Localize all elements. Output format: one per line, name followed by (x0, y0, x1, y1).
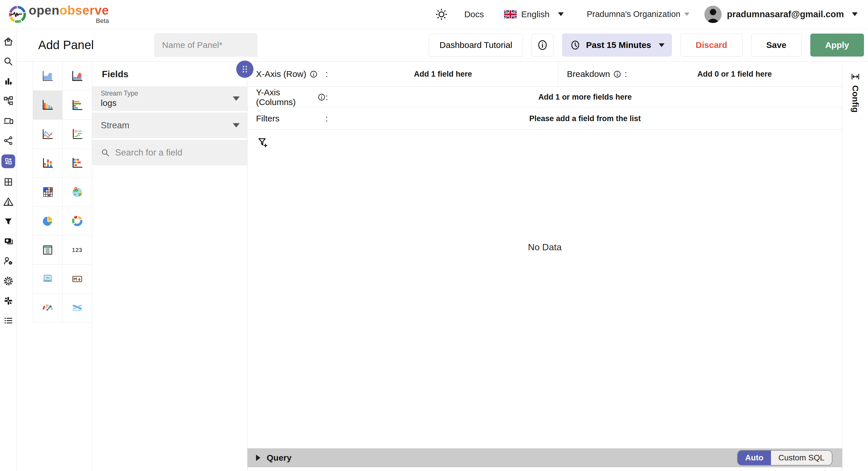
magnifier-icon (101, 148, 110, 157)
sidebar-item-streams[interactable] (1, 176, 15, 188)
chart-type-area-stacked[interactable] (63, 62, 92, 91)
chart-type-heatmap[interactable] (33, 178, 63, 207)
scatter-chart-icon (71, 127, 84, 140)
breakdown-drop-zone[interactable]: Add 0 or 1 field here (627, 70, 842, 78)
chart-type-bar[interactable] (33, 91, 63, 120)
theme-toggle-button[interactable] (435, 8, 448, 21)
field-search-input[interactable] (115, 148, 240, 158)
stream-type-select[interactable]: Stream Type logs (92, 86, 247, 111)
colon: : (326, 69, 328, 79)
sidebar-item-search[interactable] (1, 55, 15, 67)
query-bar[interactable]: Query Auto Custom SQL (247, 448, 842, 467)
config-rail: Config (842, 62, 868, 471)
add-filter-funnel-plus-icon[interactable] (257, 136, 270, 149)
breakdown-row: Breakdown : Add 0 or 1 field here (558, 62, 842, 86)
sidebar-item-iam[interactable] (1, 255, 15, 267)
colon: : (326, 92, 328, 102)
chevron-down-icon (659, 43, 664, 47)
apply-button[interactable]: Apply (810, 34, 864, 57)
streams-grid-icon (3, 177, 14, 187)
area-chart-icon (41, 69, 54, 83)
sidebar-item-reports[interactable] (1, 236, 15, 247)
sidebar-item-dashboards[interactable] (1, 154, 15, 168)
discard-button[interactable]: Discard (681, 34, 743, 57)
sidebar-item-home[interactable] (1, 36, 15, 48)
gear-question-icon: ? (3, 275, 14, 287)
time-range-selector[interactable]: Past 15 Minutes (562, 34, 672, 57)
chart-type-sankey[interactable] (63, 294, 92, 323)
chart-type-area[interactable] (33, 62, 63, 91)
no-data-message: No Data (247, 242, 842, 253)
home-icon (3, 36, 14, 48)
chart-type-pie[interactable] (33, 207, 63, 236)
dashboard-tutorial-button[interactable]: Dashboard Tutorial (429, 34, 523, 57)
horizontal-stacked-bar-chart-icon (71, 156, 84, 169)
query-mode-auto[interactable]: Auto (738, 451, 771, 465)
gauge-icon (41, 302, 54, 315)
sidebar-item-functions[interactable] (1, 216, 15, 228)
colon: : (625, 69, 627, 79)
svg-text:123: 123 (72, 247, 82, 253)
chart-type-table[interactable] (33, 236, 63, 264)
query-label: Query (267, 453, 291, 463)
y-axis-drop-zone[interactable]: Add 1 or more fields here (328, 93, 842, 102)
chart-type-html[interactable]: </> (33, 264, 63, 294)
list-icon (3, 315, 14, 326)
filters-label: Filters (256, 114, 280, 123)
avatar[interactable] (704, 6, 722, 23)
sidebar-item-metrics[interactable] (1, 75, 15, 87)
account-menu[interactable]: pradumnasaraf@gmail.com (727, 9, 858, 20)
chevron-down-icon (233, 96, 240, 101)
openobserve-pulse-ring-icon (9, 5, 26, 23)
info-circle-icon[interactable] (310, 70, 317, 78)
stream-select[interactable]: Stream (92, 113, 247, 138)
chart-type-donut[interactable] (63, 207, 92, 236)
sidebar-item-traces[interactable] (1, 135, 15, 147)
app-header: openobserve Beta Docs Englis (0, 0, 868, 29)
save-button[interactable]: Save (751, 34, 802, 57)
sidebar-item-menu[interactable] (1, 315, 15, 326)
config-panel-label[interactable]: Config (850, 85, 860, 113)
stream-type-value: logs (101, 98, 138, 108)
expand-horizontal-icon[interactable] (850, 71, 861, 82)
chart-type-line[interactable] (33, 120, 63, 149)
table-icon (41, 243, 54, 257)
docs-link[interactable]: Docs (464, 9, 484, 19)
left-nav-rail: ? (0, 29, 17, 471)
info-circle-icon[interactable] (613, 70, 621, 78)
chart-type-stacked-bar[interactable] (33, 149, 63, 178)
chart-type-geomap[interactable] (63, 178, 92, 207)
search-icon (3, 56, 14, 67)
chart-type-picker: 123 </> (17, 62, 92, 471)
filters-drop-zone[interactable]: Please add a field from the list (328, 114, 842, 123)
chart-type-h-stacked-bar[interactable] (63, 149, 92, 178)
chart-type-h-bar[interactable] (63, 91, 92, 120)
sidebar-item-pipelines[interactable] (1, 95, 15, 107)
chart-type-scatter[interactable] (63, 120, 92, 149)
info-button[interactable] (532, 34, 553, 57)
time-range-label: Past 15 Minutes (586, 40, 651, 50)
sidebar-item-slack[interactable] (1, 295, 15, 307)
language-selector[interactable]: English (504, 9, 564, 19)
organization-selector[interactable]: Pradumna's Organization (587, 9, 689, 19)
chart-type-markdown[interactable] (63, 264, 92, 294)
page-title: Add Panel (38, 38, 94, 52)
expand-query-chevron-icon[interactable] (256, 454, 260, 461)
x-axis-drop-zone[interactable]: Add 1 field here (328, 70, 558, 78)
sidebar-item-rum[interactable] (1, 115, 15, 127)
heatmap-icon (41, 185, 54, 199)
user-avatar-icon (704, 6, 722, 23)
chart-type-metric[interactable]: 123 (63, 236, 92, 264)
info-circle-icon[interactable] (318, 93, 326, 101)
panel-builder: X-Axis (Row) : Add 1 field here Breakdow… (247, 62, 842, 471)
sidebar-item-alerts[interactable] (1, 196, 15, 208)
chevron-down-icon (233, 123, 240, 127)
sidebar-item-management[interactable]: ? (1, 275, 15, 287)
clock-icon (569, 39, 581, 51)
query-mode-custom-sql[interactable]: Custom SQL (771, 451, 832, 465)
panel-name-input[interactable] (154, 33, 257, 57)
chart-type-gauge[interactable] (33, 294, 63, 323)
account-email: pradumnasaraf@gmail.com (727, 9, 844, 20)
drag-handle[interactable] (236, 61, 253, 78)
light-mode-sun-icon (435, 8, 448, 21)
